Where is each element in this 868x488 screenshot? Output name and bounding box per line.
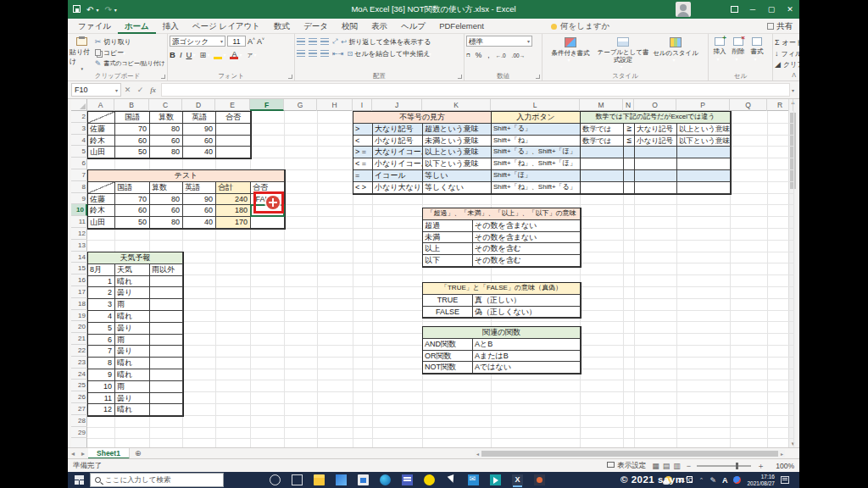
column-header-K[interactable]: K [422,99,491,111]
share-button[interactable]: 共有 [767,19,793,34]
file-explorer-icon[interactable] [314,474,325,485]
cell[interactable]: その数を含まない [473,232,581,244]
cell[interactable]: < > [353,182,373,194]
cell[interactable]: 合計 [216,182,251,194]
page-break-view-icon[interactable]: ▥ [673,462,681,470]
cell[interactable] [150,311,183,323]
cell[interactable] [581,147,624,158]
cell[interactable]: 以下という意味 [423,158,492,170]
cell[interactable] [635,158,677,170]
cell[interactable]: < [353,136,373,147]
cell[interactable]: その数を含まない [473,220,581,232]
cell[interactable] [150,358,183,369]
cell[interactable]: 国語 [115,112,150,124]
cell[interactable]: 90 [183,194,216,206]
italic-button[interactable]: I [180,50,182,59]
zoom-in-icon[interactable]: ＋ [757,461,765,472]
name-box[interactable]: F10▾ [71,83,121,97]
underline-button[interactable]: U [186,50,192,59]
cell[interactable] [624,182,635,194]
align-left-icon[interactable] [297,50,305,58]
cell[interactable]: 未満 [423,232,473,244]
cell[interactable]: 1 [88,276,115,288]
cell[interactable]: 雨以外 [150,264,183,276]
align-bottom-icon[interactable] [320,38,329,46]
row-header-22[interactable]: 22 [71,345,87,357]
cell[interactable]: 英語 [183,182,216,194]
cell[interactable]: 山田 [88,217,115,229]
cell[interactable]: Shift+「ね」 [492,136,581,147]
cell[interactable]: Shift+「ね」、Shift+「ほ」 [492,158,581,170]
cell[interactable]: 晴れ [115,404,150,416]
cell[interactable] [150,346,183,358]
qat-customize-icon[interactable]: ▾ [114,7,117,13]
tray-app-icon[interactable] [733,476,741,484]
cell[interactable] [581,182,624,194]
minimize-button[interactable]: ─ [743,0,762,19]
cell[interactable] [677,170,731,182]
cell[interactable]: 等しくない [423,182,492,194]
horizontal-scroll-thumb[interactable] [481,451,778,457]
menu-tab-6[interactable]: データ [297,19,335,34]
cell[interactable] [150,287,183,299]
increase-font-icon[interactable]: A˄ [248,36,255,46]
cell[interactable]: 雨 [115,335,150,347]
scroll-down-icon[interactable]: ▼ [789,441,796,446]
row-header-28[interactable]: 28 [71,415,87,427]
row-header-9[interactable]: 9 [71,193,87,205]
cell[interactable]: 以上 [423,243,473,255]
add-sheet-button[interactable]: ⊕ [130,449,147,458]
column-header-I[interactable]: I [353,99,372,111]
cell[interactable]: 以上という意味 [677,124,731,136]
cell[interactable]: 9 [88,369,115,381]
font-name-select[interactable]: 源ゴシック▾ [170,36,225,47]
cell[interactable] [150,404,183,416]
vertical-scrollbar[interactable]: ▲ ▼ [788,99,796,447]
cortana-icon[interactable] [270,474,281,485]
cell[interactable]: 70 [115,194,150,206]
column-header-B[interactable]: B [114,99,149,111]
cell[interactable]: 等しい [423,170,492,182]
cell[interactable] [150,335,183,347]
column-header-P[interactable]: P [676,99,730,111]
cell[interactable]: AND関数 [423,339,473,351]
format-as-table-button[interactable]: テーブルとして書式設定▾ [597,36,649,71]
sheet-tab-sheet1[interactable]: Sheet1 [88,448,130,459]
cell[interactable]: 60 [183,136,216,147]
clock[interactable]: 17:162021/08/27 [747,474,775,487]
delete-cells-button[interactable]: 削除▾ [729,36,748,71]
row-header-13[interactable]: 13 [71,240,87,252]
cell[interactable]: 「TRUE」と「FALSE」の意味（真偽） [423,283,581,295]
row-header-8[interactable]: 8 [71,181,87,193]
cell[interactable]: 180 [216,205,251,217]
cell[interactable]: TRUE [423,295,473,307]
cell[interactable]: 真（正しい） [473,295,581,307]
clear-button[interactable]: ◢クリア▾ [775,59,799,69]
cell[interactable]: 50 [115,147,150,158]
formula-expand-icon[interactable]: ▾ [792,87,794,93]
cancel-icon[interactable]: ✕ [121,86,134,94]
cell[interactable] [150,393,183,405]
font-color-icon[interactable]: A [230,50,238,59]
menu-tab-7[interactable]: 校閲 [335,19,364,34]
indent-icon[interactable]: ⇤⇥ [332,50,343,58]
cell[interactable]: 以下 [423,255,473,267]
cell[interactable]: 国語 [115,182,150,194]
cell[interactable] [677,182,731,194]
zoom-level[interactable]: 100% [771,462,794,470]
row-header-21[interactable]: 21 [71,333,87,345]
cell[interactable]: 佐藤 [88,194,115,206]
cell[interactable]: 合否 [216,112,251,124]
zoom-out-icon[interactable]: − [687,462,691,470]
row-header-16[interactable]: 16 [71,274,87,286]
photos-icon[interactable] [336,474,347,485]
cell[interactable]: 算数 [150,182,183,194]
row-header-19[interactable]: 19 [71,310,87,322]
row-header-4[interactable]: 4 [71,135,87,147]
display-settings-button[interactable]: 表示設定 [607,461,646,471]
cell[interactable]: 関連の関数 [423,327,581,339]
cell[interactable] [88,182,115,194]
cell[interactable]: 晴れ [115,276,150,288]
row-header-3[interactable]: 3 [71,123,87,135]
cell[interactable]: テスト [88,170,285,182]
